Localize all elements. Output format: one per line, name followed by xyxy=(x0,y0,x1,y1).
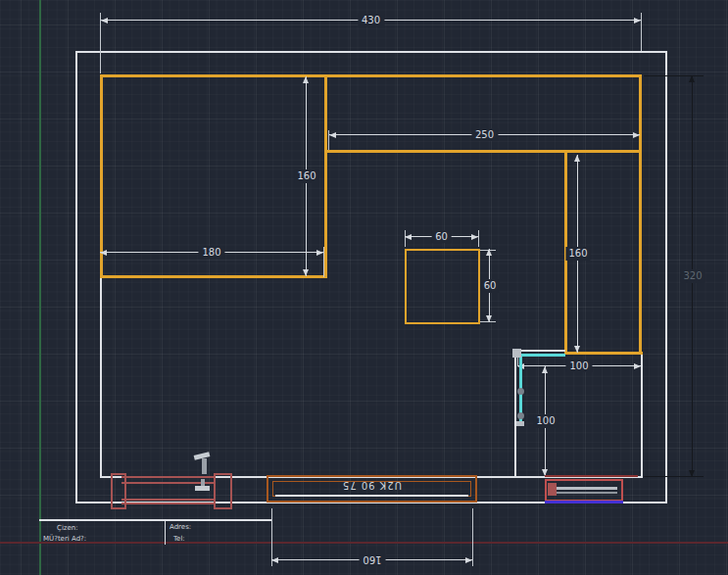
arrow-right-icon xyxy=(316,250,323,256)
dim-total-height[interactable]: 320 xyxy=(686,75,700,477)
arrow-right-icon xyxy=(634,363,641,369)
dim-square-width[interactable]: 60 xyxy=(405,230,478,244)
radiator-gray-bar xyxy=(553,487,617,490)
door-frame-horizontal xyxy=(514,350,565,352)
outer-wall-top[interactable] xyxy=(75,51,667,53)
arrow-left-icon xyxy=(329,132,336,138)
title-block: Çizen: MÜ?teri Ad?: Adres: Tel: xyxy=(39,515,274,547)
cad-canvas[interactable]: 430 250 160 180 60 60 160 xyxy=(0,0,728,575)
dim-text: 180 xyxy=(198,246,224,259)
dim-text: 60 xyxy=(431,230,452,243)
arrow-left-icon xyxy=(100,250,107,256)
outer-wall-right[interactable] xyxy=(665,51,667,503)
arrow-right-icon xyxy=(634,18,641,24)
radiator-blue-line xyxy=(545,501,623,503)
column-square[interactable] xyxy=(405,249,480,324)
dim-bottom-width[interactable]: 160 xyxy=(271,553,472,567)
orange-wall-top[interactable] xyxy=(100,74,642,77)
address-label: Adres: xyxy=(170,523,191,531)
glass-door-block[interactable] xyxy=(510,346,570,478)
arrow-left-icon xyxy=(405,234,412,240)
radiator-bar xyxy=(121,499,215,501)
dim-text: 430 xyxy=(358,14,384,26)
dim-text: 250 xyxy=(471,128,498,141)
dim-text: 60 xyxy=(481,279,500,293)
dim-square-height[interactable]: 60 xyxy=(483,249,497,322)
arrow-right-icon xyxy=(471,234,478,240)
orange-wall-leftroom-right[interactable] xyxy=(324,74,327,277)
valve-handle-icon xyxy=(195,486,210,491)
window-label: U2K 90 75 xyxy=(268,480,475,491)
ext-line xyxy=(323,247,324,277)
arrow-down-icon xyxy=(486,315,492,322)
dim-text: 160 xyxy=(294,169,318,183)
customer-label: MÜ?teri Ad?: xyxy=(43,535,86,543)
ext-line xyxy=(478,230,479,247)
ext-line xyxy=(472,508,473,566)
valve-stem xyxy=(202,458,207,474)
door-hinge-icon xyxy=(512,349,521,358)
title-block-divider xyxy=(165,519,166,545)
door-end-cap xyxy=(516,421,524,426)
dim-text: 320 xyxy=(680,269,704,283)
arrow-up-icon xyxy=(303,76,309,83)
arrow-right-icon xyxy=(465,557,472,563)
arrow-down-icon xyxy=(689,470,695,477)
arrow-left-icon xyxy=(101,18,108,24)
door-knob-icon xyxy=(517,388,524,395)
orange-wall-rightroom-right[interactable] xyxy=(639,74,642,355)
radiator-top-line xyxy=(545,475,638,477)
dim-text: 160 xyxy=(565,247,590,261)
radiator-bar xyxy=(121,503,215,504)
orange-wall-leftroom-bottom[interactable] xyxy=(100,275,327,278)
door-knob-icon xyxy=(517,412,524,419)
arrow-up-icon xyxy=(689,75,695,82)
radiator-end-cap xyxy=(214,473,232,509)
radiator-left-block[interactable] xyxy=(111,451,230,507)
dim-mid-width[interactable]: 250 xyxy=(329,128,640,142)
title-block-top-line xyxy=(39,519,271,521)
window-block[interactable]: U2K 90 75 - - - xyxy=(267,475,477,503)
radiator-body xyxy=(545,479,623,502)
orange-wall-mid-horizontal[interactable] xyxy=(326,150,642,153)
glass-panel-horizontal xyxy=(521,354,565,357)
arrow-down-icon xyxy=(303,269,309,276)
drawn-by-label: Çizen: xyxy=(57,524,78,532)
arrow-left-icon xyxy=(271,557,278,563)
arrow-down-icon xyxy=(574,346,580,353)
inner-wall-left-lower[interactable] xyxy=(100,278,102,478)
arrow-up-icon xyxy=(486,249,492,256)
radiator-bar xyxy=(121,476,215,478)
dim-text: 160 xyxy=(359,553,385,566)
radiator-detail xyxy=(548,483,557,496)
axis-green-line xyxy=(39,0,41,575)
radiator-right-block[interactable] xyxy=(545,475,639,503)
phone-label: Tel: xyxy=(173,535,185,543)
dim-total-width[interactable]: 430 xyxy=(101,14,641,27)
outer-wall-left[interactable] xyxy=(75,51,77,503)
dim-right-room-height[interactable]: 160 xyxy=(571,155,585,353)
arrow-up-icon xyxy=(574,155,580,162)
ext-line xyxy=(641,13,642,51)
arrow-right-icon xyxy=(633,132,640,138)
radiator-gray-bar xyxy=(553,492,617,494)
window-marks: - - - xyxy=(268,492,475,500)
dim-left-room-width[interactable]: 180 xyxy=(100,246,323,260)
inner-wall-right-lower[interactable] xyxy=(641,354,643,477)
door-frame-vertical xyxy=(514,351,516,476)
